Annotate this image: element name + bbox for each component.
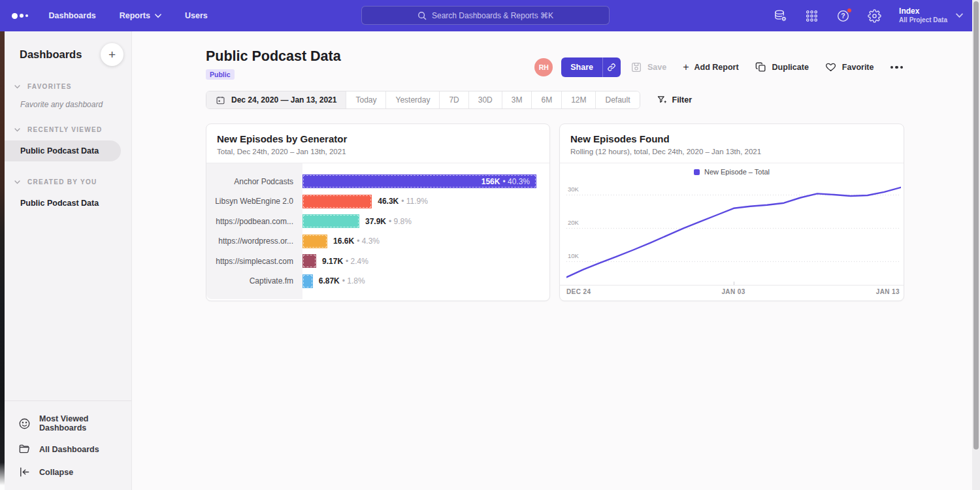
smiley-icon xyxy=(18,417,31,430)
nav-item-users[interactable]: Users xyxy=(185,11,208,20)
page-actions: RH Share Save + Add Report Dup xyxy=(534,57,904,77)
more-options-button[interactable] xyxy=(890,66,904,69)
favorite-button[interactable]: Favorite xyxy=(825,61,874,73)
preset-12m[interactable]: 12M xyxy=(561,91,595,108)
date-presets: TodayYesterday7D30D3M6M12MDefault xyxy=(346,91,639,108)
sidebar-footer: Most Viewed Dashboards All Dashboards Co… xyxy=(5,400,131,490)
top-nav: Dashboards Reports Users Search Dashboar… xyxy=(0,0,972,31)
bar-row: Libsyn WebEngine 2.046.3K• 11.9% xyxy=(206,195,549,208)
sidebar-item-public-podcast-data-created[interactable]: Public Podcast Data xyxy=(5,193,131,214)
duplicate-button[interactable]: Duplicate xyxy=(755,61,809,73)
heart-icon xyxy=(825,61,837,73)
share-button-label[interactable]: Share xyxy=(561,57,602,77)
app-window: Dashboards Reports Users Search Dashboar… xyxy=(0,0,980,490)
bar-category-label: https://wordpress.or... xyxy=(206,237,302,246)
bar-track: 37.9K• 9.8% xyxy=(302,214,549,228)
bar-track: 16.6K• 4.3% xyxy=(302,235,549,248)
project-name: Index xyxy=(899,7,947,16)
bar-category-label: Anchor Podcasts xyxy=(206,177,302,186)
preset-30d[interactable]: 30D xyxy=(468,91,502,108)
card-new-episodes-found: New Episodes Found Rolling (12 hours), t… xyxy=(559,123,904,301)
favorites-empty-hint: Favorite any dashboard xyxy=(5,100,131,109)
collapse-sidebar-button[interactable]: Collapse xyxy=(5,461,131,483)
new-dashboard-button[interactable]: + xyxy=(101,43,123,66)
bar-pct-label: • 2.4% xyxy=(346,257,368,266)
help-icon[interactable]: ? xyxy=(836,9,850,23)
x-axis-label: JAN 13 xyxy=(876,288,900,295)
preset-3m[interactable]: 3M xyxy=(502,91,532,108)
bar-row: Anchor Podcasts156K• 40.3% xyxy=(206,174,549,188)
bar-segment[interactable] xyxy=(302,235,327,248)
page-scrollbar[interactable] xyxy=(972,0,980,490)
logo-dot xyxy=(25,14,28,17)
section-created-by-you[interactable]: CREATED BY YOU xyxy=(5,178,131,186)
add-report-button[interactable]: + Add Report xyxy=(683,62,738,73)
save-button[interactable]: Save xyxy=(630,61,666,73)
line-series[interactable] xyxy=(566,188,901,278)
preset-default[interactable]: Default xyxy=(595,91,639,108)
bar-track: 9.17K• 2.4% xyxy=(302,254,549,268)
legend-swatch xyxy=(694,169,700,175)
most-viewed-dashboards-button[interactable]: Most Viewed Dashboards xyxy=(5,409,131,438)
copy-link-button[interactable] xyxy=(602,57,621,77)
bar-track: 46.3K• 11.9% xyxy=(302,195,549,208)
bar-segment[interactable] xyxy=(302,254,316,268)
sidebar-item-public-podcast-data[interactable]: Public Podcast Data xyxy=(5,140,121,161)
y-tick-label: 10K xyxy=(568,252,580,259)
filter-button[interactable]: Filter xyxy=(657,95,693,105)
avatar[interactable]: RH xyxy=(534,58,553,76)
brand-logo[interactable] xyxy=(12,13,28,19)
save-icon xyxy=(630,61,642,73)
preset-7d[interactable]: 7D xyxy=(439,91,468,108)
nav-item-dashboards[interactable]: Dashboards xyxy=(49,11,96,20)
settings-gear-icon[interactable] xyxy=(868,9,881,23)
bar-pct-label: • 40.3% xyxy=(502,177,530,186)
share-button[interactable]: Share xyxy=(561,57,621,77)
bar-row: Captivate.fm6.87K• 1.8% xyxy=(206,274,549,288)
apps-grid-icon[interactable] xyxy=(805,9,819,23)
bar-segment[interactable] xyxy=(302,274,313,288)
nav-item-reports[interactable]: Reports xyxy=(120,11,161,20)
search-input[interactable]: Search Dashboards & Reports ⌘K xyxy=(361,6,610,25)
chevron-down-icon xyxy=(155,14,161,18)
bar-segment[interactable] xyxy=(302,214,359,228)
data-source-icon[interactable] xyxy=(774,9,787,23)
calendar-icon xyxy=(216,95,225,105)
bar-segment[interactable]: 156K• 40.3% xyxy=(302,174,536,188)
main-content: Public Podcast Data Public RH Share Save… xyxy=(132,31,972,490)
bar-row: https://wordpress.or...16.6K• 4.3% xyxy=(206,235,549,248)
bar-category-label: Captivate.fm xyxy=(206,276,302,286)
logo-dot xyxy=(12,13,18,19)
project-switcher[interactable]: Index All Project Data xyxy=(899,7,947,25)
section-favorites[interactable]: FAVORITES xyxy=(5,83,131,90)
bar-value-label: 16.6K xyxy=(333,237,354,246)
chevron-down-icon[interactable] xyxy=(956,13,963,18)
bar-value-label: 46.3K xyxy=(378,197,399,206)
primary-nav: Dashboards Reports Users xyxy=(49,11,208,20)
x-axis-label: DEC 24 xyxy=(566,288,591,295)
date-range-group: Dec 24, 2020 — Jan 13, 2021 TodayYesterd… xyxy=(206,91,640,109)
preset-yesterday[interactable]: Yesterday xyxy=(385,91,439,108)
all-dashboards-button[interactable]: All Dashboards xyxy=(5,438,131,461)
card-title: New Episodes Found xyxy=(570,133,893,144)
background-window-strip xyxy=(0,31,5,490)
filter-label: Filter xyxy=(672,95,693,105)
scrollbar-thumb[interactable] xyxy=(973,1,979,449)
x-axis-labels: DEC 24JAN 03JAN 13 xyxy=(566,288,900,295)
section-recently-viewed[interactable]: RECENTLY VIEWED xyxy=(5,126,131,133)
bar-value-label: 6.87K xyxy=(319,276,340,286)
chevron-down-icon xyxy=(14,128,20,132)
visibility-badge: Public xyxy=(206,69,235,80)
date-range-picker[interactable]: Dec 24, 2020 — Jan 13, 2021 xyxy=(206,91,346,108)
chart-legend: New Episode – Total xyxy=(560,163,904,176)
preset-6m[interactable]: 6M xyxy=(531,91,561,108)
footer-item-label: Most Viewed Dashboards xyxy=(39,414,131,433)
bar-chart: Anchor Podcasts156K• 40.3%Libsyn WebEngi… xyxy=(206,163,549,299)
x-axis-line xyxy=(560,285,904,286)
bar-segment[interactable] xyxy=(302,195,372,208)
folder-icon xyxy=(18,443,31,455)
save-label: Save xyxy=(647,63,666,72)
svg-text:?: ? xyxy=(841,12,845,20)
preset-today[interactable]: Today xyxy=(346,91,385,108)
bar-row: https://simplecast.com9.17K• 2.4% xyxy=(206,254,549,268)
